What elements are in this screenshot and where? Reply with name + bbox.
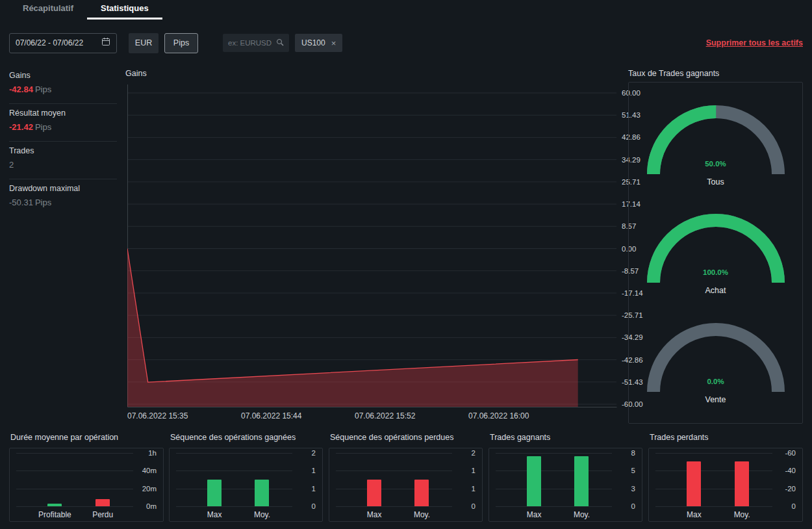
mini-chart-plot: -60-40-200MaxMoy. — [648, 448, 803, 522]
gauge-achat: 100.0%Achat — [629, 200, 802, 309]
asset-tag-label: US100 — [301, 38, 325, 47]
stat-number: 2 — [9, 160, 14, 170]
asset-tag-us100[interactable]: US100 × — [295, 34, 342, 52]
stat-unit: Pips — [35, 84, 51, 94]
gains-chart-svg — [127, 83, 617, 411]
x-axis-label: 07.06.2022 16:00 — [468, 411, 529, 420]
grid-line — [176, 453, 292, 454]
asset-search-input[interactable] — [228, 39, 276, 47]
mini-chart-plot: 2110MaxMoy. — [329, 448, 483, 522]
gauge-percent: 0.0% — [647, 378, 785, 385]
date-range-picker[interactable] — [9, 33, 117, 53]
bar-label: Moy. — [236, 510, 288, 519]
stat-trades: Trades 2 — [9, 142, 117, 179]
grid-line — [176, 506, 292, 507]
bar-max — [527, 456, 541, 506]
y-axis-label: 1 — [312, 485, 316, 493]
y-axis-label: 1 — [472, 485, 476, 493]
grid-line — [16, 453, 133, 454]
gauge-arc: 50.0% — [647, 105, 785, 175]
y-axis-label: 1 — [472, 467, 476, 474]
grid-line — [336, 506, 452, 507]
currency-toggle-button[interactable]: EUR — [129, 33, 159, 53]
gauge-vente: 0.0%Vente — [629, 309, 802, 418]
gauge-tous: 50.0%Tous — [629, 92, 802, 200]
bar-label: Max — [508, 510, 560, 519]
gains-chart — [127, 83, 617, 411]
y-axis-label: -40 — [785, 467, 796, 474]
stat-number: -50.31 — [9, 198, 33, 207]
y-axis-label: 5 — [631, 467, 635, 474]
mini-chart-win-streak: Séquence des opérations gagnées 2110MaxM… — [169, 433, 323, 522]
stat-resultat-moyen: Résultat moyen -21.42Pips — [9, 104, 117, 142]
y-axis-label: 0 — [312, 502, 316, 510]
stat-value: 2 — [9, 160, 117, 170]
mini-chart-losing-trades: Trades perdants -60-40-200MaxMoy. — [648, 433, 803, 522]
bar-profitable — [47, 504, 62, 506]
bar-label: Profitable — [29, 510, 81, 519]
y-axis-label: 1h — [148, 449, 157, 457]
bar-max — [367, 480, 381, 506]
stat-value: -50.31Pips — [9, 198, 117, 207]
bar-label: Max — [188, 510, 240, 519]
tab-bar: Récapitulatif Statistiques — [0, 0, 162, 19]
stat-label: Trades — [9, 146, 117, 155]
stats-sidebar: Gains -42.84Pips Résultat moyen -21.42Pi… — [9, 66, 117, 216]
grid-line — [336, 453, 452, 454]
mini-chart-plot: 8530MaxMoy. — [488, 448, 642, 522]
y-axis-label: -20 — [785, 485, 796, 493]
y-axis-label: 0m — [146, 502, 157, 510]
bar-label: Moy. — [716, 510, 768, 519]
bar-moy — [255, 480, 269, 506]
stat-gains: Gains -42.84Pips — [9, 66, 117, 104]
gauge-label: Achat — [705, 286, 726, 295]
mini-chart-title: Trades gagnants — [488, 433, 642, 448]
remove-all-assets-link[interactable]: Supprimer tous les actifs — [706, 38, 803, 47]
grid-line — [496, 453, 612, 454]
bar-perdu — [95, 499, 110, 506]
mini-chart-duration: Durée moyenne par opération 1h40m20m0mPr… — [9, 433, 164, 522]
y-axis-label: 2 — [312, 449, 316, 457]
grid-line — [176, 489, 292, 489]
gauge-panel: 50.0%Tous100.0%Achat0.0%Vente — [628, 82, 803, 424]
grid-line — [176, 471, 292, 471]
tab-statistiques[interactable]: Statistiques — [87, 0, 162, 19]
tab-recapitulatif[interactable]: Récapitulatif — [9, 0, 87, 19]
remove-asset-icon[interactable]: × — [331, 38, 336, 48]
grid-line — [496, 489, 612, 489]
x-axis-label: 07.06.2022 15:44 — [241, 411, 301, 420]
stat-label: Drawdown maximal — [9, 184, 117, 193]
bar-label: Max — [668, 510, 720, 519]
pips-toggle-button[interactable]: Pips — [164, 33, 198, 53]
calendar-icon[interactable] — [101, 37, 110, 49]
stat-label: Gains — [9, 71, 117, 80]
grid-line — [16, 506, 133, 507]
grid-line — [655, 506, 772, 507]
statistics-page: Récapitulatif Statistiques EUR Pips US10… — [0, 0, 812, 529]
gauge-label: Tous — [707, 177, 724, 187]
bar-label: Perdu — [77, 510, 129, 519]
y-axis-label: 0 — [631, 502, 635, 510]
gains-area — [127, 249, 578, 407]
stat-unit: Pips — [35, 198, 51, 207]
y-axis-label: 3 — [631, 485, 635, 493]
date-range-input[interactable] — [16, 38, 101, 47]
bar-moy — [735, 461, 749, 506]
axis-line — [128, 84, 617, 407]
gains-chart-title: Gains — [125, 69, 147, 78]
bar-moy — [574, 456, 589, 506]
bar-label: Max — [348, 510, 400, 519]
grid-line — [655, 453, 772, 454]
stat-number: -42.84 — [9, 84, 33, 94]
gauge-arc: 0.0% — [647, 323, 785, 393]
mini-chart-title: Séquence des opérations perdues — [329, 433, 483, 448]
x-axis-label: 07.06.2022 15:35 — [127, 411, 188, 420]
bar-max — [207, 480, 222, 506]
bar-label: Moy. — [396, 510, 448, 519]
bar-label: Moy. — [555, 510, 607, 519]
gauge-arc: 100.0% — [647, 214, 785, 284]
y-axis-label: 20m — [142, 485, 157, 493]
asset-search[interactable] — [223, 34, 289, 52]
bar-max — [687, 461, 701, 506]
gauge-label: Vente — [705, 395, 726, 404]
